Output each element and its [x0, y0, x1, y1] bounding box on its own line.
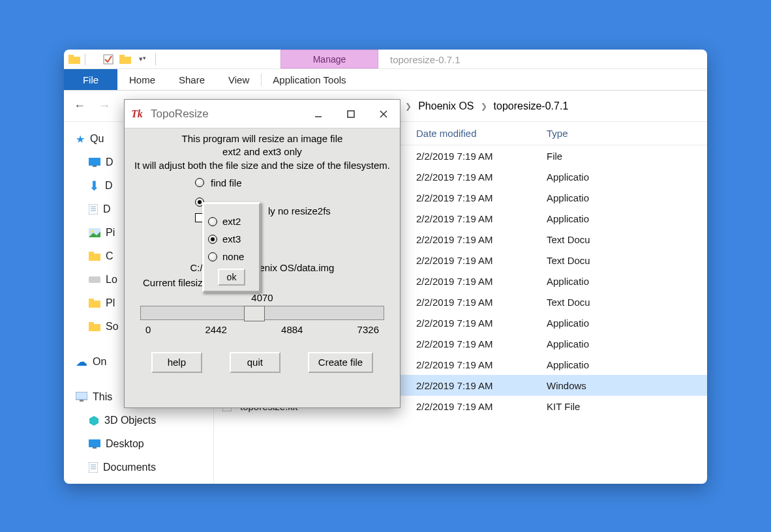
file-type: Applicatio [547, 192, 707, 203]
nav-desktop[interactable]: Desktop [76, 432, 213, 456]
option-none[interactable]: none [208, 251, 255, 262]
contextual-tab-manage[interactable]: Manage [280, 50, 378, 68]
file-date: 2/2/2019 7:19 AM [416, 359, 547, 370]
file-type: Applicatio [547, 359, 707, 370]
current-filesize: Current filesize: 0 [143, 277, 393, 288]
slider-value: 4070 [131, 292, 393, 303]
folder-icon [89, 322, 100, 331]
file-type: Applicatio [547, 338, 707, 349]
find-file-radio[interactable]: find file [195, 177, 393, 188]
radio-icon[interactable] [208, 217, 217, 226]
quit-button[interactable]: quit [230, 352, 280, 373]
file-date: 2/2/2019 7:19 AM [416, 276, 547, 287]
svg-rect-33 [348, 111, 354, 117]
tab-file[interactable]: File [64, 69, 117, 90]
star-icon: ★ [76, 133, 85, 145]
ribbon-tabs: File Home Share View Application Tools [64, 69, 707, 91]
document-icon [89, 462, 98, 473]
file-date: 2/2/2019 7:19 AM [416, 380, 547, 391]
tab-home[interactable]: Home [117, 69, 167, 90]
svg-rect-21 [80, 400, 83, 402]
tab-view[interactable]: View [217, 69, 261, 90]
file-date: 2/2/2019 7:19 AM [416, 171, 547, 183]
col-date-modified: Date modified [416, 128, 547, 139]
filesystem-type-popup: ext2 ext3 none ok [202, 202, 261, 293]
file-date: 2/2/2019 7:19 AM [416, 255, 547, 266]
minimize-button[interactable] [302, 100, 335, 128]
file-type: Applicatio [547, 171, 707, 183]
folder-icon [119, 53, 132, 66]
breadcrumb-item[interactable]: toporesize-0.7.1 [494, 100, 569, 112]
folder-icon [89, 299, 100, 308]
svg-rect-5 [89, 158, 100, 166]
tab-share[interactable]: Share [167, 69, 217, 90]
ok-button[interactable]: ok [218, 269, 245, 286]
nav-documents[interactable]: Documents [76, 456, 213, 479]
file-date: 2/2/2019 7:19 AM [416, 192, 547, 203]
file-date: 2/2/2019 7:19 AM [416, 318, 547, 329]
explorer-titlebar: ▾▾ Manage toporesize-0.7.1 [64, 50, 707, 69]
file-type: Applicatio [547, 213, 707, 224]
app-icon: Tk [131, 107, 145, 121]
window-title: toporesize-0.7.1 [390, 50, 461, 69]
col-type: Type [547, 128, 707, 139]
option-ext2[interactable]: ext2 [208, 216, 255, 227]
cloud-icon: ☁ [76, 355, 87, 369]
svg-rect-17 [89, 299, 94, 302]
slider-thumb[interactable] [244, 306, 265, 321]
toporesize-dialog: Tk TopoResize This program will resize a… [124, 99, 401, 408]
dialog-title: TopoResize [151, 108, 209, 121]
svg-rect-25 [89, 462, 98, 473]
file-type: Windows [547, 380, 707, 391]
svg-rect-23 [89, 439, 100, 447]
document-icon [89, 204, 98, 214]
monitor-icon [89, 439, 100, 449]
svg-rect-7 [89, 204, 98, 214]
folder-icon [68, 53, 81, 66]
pc-icon [76, 392, 87, 402]
radio-icon[interactable] [195, 178, 204, 187]
nav-3d-objects[interactable]: 3D Objects [76, 409, 213, 432]
breadcrumb-item[interactable]: Phoenix OS [418, 100, 474, 112]
svg-rect-1 [68, 55, 74, 58]
checkbox-icon[interactable] [102, 53, 115, 66]
file-type: Applicatio [547, 276, 707, 287]
svg-point-12 [91, 230, 93, 233]
file-type: Text Docu [547, 255, 707, 266]
svg-rect-20 [76, 392, 87, 400]
radio-icon[interactable] [208, 235, 217, 244]
chevron-right-icon: ❯ [481, 102, 487, 111]
drive-icon [89, 276, 100, 283]
size-slider[interactable] [140, 306, 384, 320]
maximize-button[interactable] [335, 100, 367, 128]
qat-dropdown-icon[interactable]: ▾▾ [136, 53, 149, 66]
svg-rect-6 [93, 166, 97, 167]
nav-forward-button[interactable]: → [95, 97, 113, 115]
download-icon: ⬇ [89, 178, 100, 194]
close-button[interactable] [367, 100, 400, 128]
slider-ticks: 0 2442 4884 7326 [145, 324, 379, 335]
dialog-titlebar[interactable]: Tk TopoResize [125, 100, 400, 128]
svg-rect-14 [89, 252, 94, 255]
radio-icon[interactable] [208, 252, 217, 261]
folder-icon [89, 252, 100, 261]
nav-back-button[interactable]: ← [70, 97, 89, 115]
file-date: 2/2/2019 7:19 AM [416, 297, 547, 308]
create-file-button[interactable]: Create file [308, 352, 373, 373]
file-date: 2/2/2019 7:19 AM [416, 234, 547, 245]
svg-marker-22 [89, 416, 98, 426]
file-date: 2/2/2019 7:19 AM [416, 151, 547, 162]
svg-rect-19 [89, 322, 94, 325]
picture-icon [89, 228, 100, 237]
file-type: Text Docu [547, 297, 707, 308]
tab-application-tools[interactable]: Application Tools [261, 69, 357, 90]
help-button[interactable]: help [151, 352, 202, 373]
file-path: C:/Users/ p/Phoenix OS/data.img [131, 262, 393, 273]
svg-rect-24 [93, 447, 97, 449]
file-type: Text Docu [547, 234, 707, 245]
file-type: KIT File [547, 401, 707, 412]
svg-rect-4 [119, 55, 125, 58]
dialog-intro: This program will resize an image file e… [131, 132, 393, 172]
option-ext3[interactable]: ext3 [208, 233, 255, 244]
chevron-right-icon: ❯ [405, 102, 412, 111]
